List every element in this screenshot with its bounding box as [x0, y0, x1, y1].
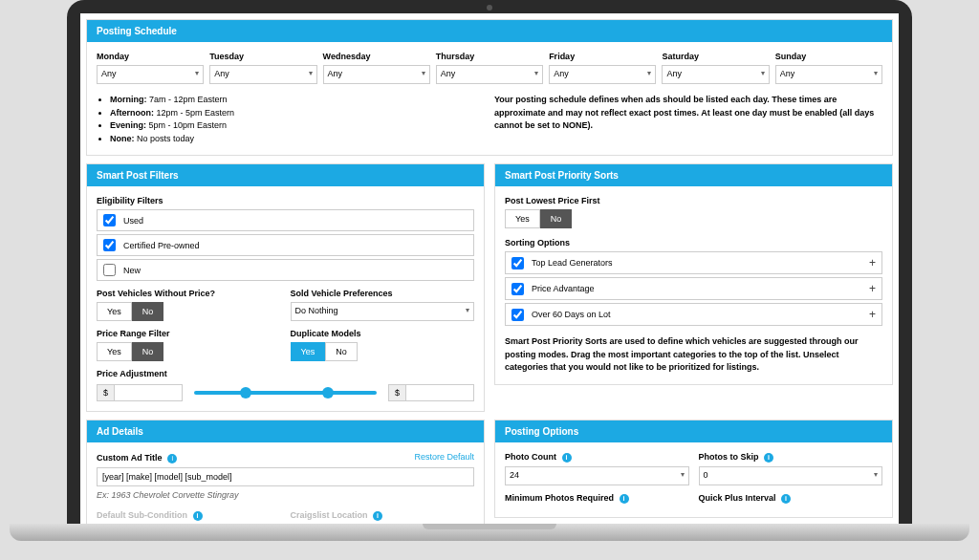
- no-button[interactable]: No: [540, 209, 573, 228]
- tuesday-select[interactable]: Any: [209, 65, 316, 84]
- posting-options-panel: Posting Options Photo Count i 24 Photos …: [494, 420, 893, 518]
- price-range-toggle[interactable]: Yes No: [97, 342, 281, 361]
- yes-button[interactable]: Yes: [97, 302, 132, 321]
- restore-default-link[interactable]: Restore Default: [414, 452, 474, 462]
- info-icon[interactable]: i: [781, 494, 791, 504]
- sold-pref-select[interactable]: Do Nothing: [291, 302, 475, 321]
- wednesday-select[interactable]: Any: [323, 65, 430, 84]
- friday-select[interactable]: Any: [549, 65, 656, 84]
- info-icon[interactable]: i: [373, 511, 382, 521]
- checkbox-icon[interactable]: [103, 264, 116, 276]
- ad-details-header: Ad Details: [87, 420, 484, 442]
- photos-skip-label: Photos to Skip i: [699, 452, 883, 463]
- duplicate-toggle[interactable]: Yes No: [291, 342, 475, 361]
- eligibility-label: Eligibility Filters: [97, 196, 474, 205]
- day-label: Friday: [549, 52, 656, 61]
- day-label: Wednesday: [323, 52, 430, 61]
- slider-thumb-max[interactable]: [322, 387, 334, 398]
- checkbox-icon[interactable]: [103, 239, 116, 251]
- posting-schedule-panel: Posting Schedule MondayAny TuesdayAny We…: [86, 19, 893, 156]
- smart-filters-panel: Smart Post Filters Eligibility Filters U…: [86, 163, 485, 412]
- priority-note: Smart Post Priority Sorts are used to de…: [505, 335, 882, 375]
- no-button[interactable]: No: [132, 342, 164, 361]
- thursday-select[interactable]: Any: [436, 65, 543, 84]
- time-definitions: Morning: 7am - 12pm Eastern Afternoon: 1…: [97, 94, 485, 145]
- sort-60days[interactable]: Over 60 Days on Lot+: [505, 303, 882, 326]
- laptop-base: [10, 524, 969, 541]
- sort-top-lead[interactable]: Top Lead Generators+: [505, 251, 882, 274]
- slider-thumb-min[interactable]: [240, 387, 251, 398]
- sub-condition-label: Default Sub-Condition i: [97, 510, 203, 520]
- duplicate-label: Duplicate Models: [291, 329, 475, 338]
- checkbox-icon[interactable]: [103, 214, 116, 226]
- priority-sorts-panel: Smart Post Priority Sorts Post Lowest Pr…: [494, 163, 893, 385]
- no-button[interactable]: No: [132, 302, 164, 321]
- day-label: Sunday: [775, 52, 882, 61]
- sort-price-adv[interactable]: Price Advantage+: [505, 277, 882, 300]
- quick-plus-label: Quick Plus Interval i: [699, 493, 883, 504]
- price-slider[interactable]: [194, 391, 377, 395]
- lowest-price-toggle[interactable]: Yes No: [505, 209, 882, 228]
- sorting-label: Sorting Options: [505, 238, 882, 248]
- min-photos-label: Minimum Photos Required i: [505, 493, 689, 504]
- info-icon[interactable]: i: [193, 511, 203, 521]
- posting-schedule-header: Posting Schedule: [87, 20, 892, 42]
- price-adjust-label: Price Adjustment: [97, 369, 474, 378]
- plus-icon[interactable]: +: [869, 282, 876, 295]
- no-button[interactable]: No: [325, 342, 358, 361]
- eligibility-used[interactable]: Used: [97, 209, 474, 231]
- day-label: Monday: [97, 52, 204, 61]
- without-price-toggle[interactable]: Yes No: [97, 302, 281, 321]
- saturday-select[interactable]: Any: [662, 65, 769, 84]
- checkbox-icon[interactable]: [511, 257, 524, 269]
- photo-count-select[interactable]: 24: [505, 466, 689, 485]
- lowest-price-label: Post Lowest Price First: [505, 196, 882, 205]
- screen: Posting Schedule MondayAny TuesdayAny We…: [80, 13, 899, 531]
- craigslist-label: Craigslist Location i: [291, 510, 383, 520]
- sunday-select[interactable]: Any: [775, 65, 882, 84]
- monday-select[interactable]: Any: [97, 65, 204, 84]
- photos-skip-select[interactable]: 0: [699, 466, 883, 485]
- day-label: Tuesday: [209, 52, 316, 61]
- info-icon[interactable]: i: [562, 453, 572, 463]
- plus-icon[interactable]: +: [869, 256, 876, 269]
- info-icon[interactable]: i: [764, 453, 773, 463]
- min-input[interactable]: [115, 385, 182, 400]
- eligibility-new[interactable]: New: [97, 259, 474, 281]
- sold-pref-label: Sold Vehicle Preferences: [291, 289, 475, 298]
- custom-title-label: Custom Ad Title: [97, 453, 163, 463]
- checkbox-icon[interactable]: [511, 309, 524, 321]
- checkbox-icon[interactable]: [511, 283, 524, 295]
- price-adjust-min[interactable]: $: [97, 384, 183, 401]
- info-icon[interactable]: i: [167, 454, 177, 463]
- info-icon[interactable]: i: [620, 494, 629, 504]
- example-text: Ex: 1963 Chevrolet Corvette Stingray: [97, 490, 474, 500]
- posting-options-header: Posting Options: [495, 420, 892, 442]
- yes-button[interactable]: Yes: [291, 342, 326, 361]
- yes-button[interactable]: Yes: [505, 209, 540, 228]
- camera-dot: [487, 5, 492, 11]
- max-input[interactable]: [406, 385, 473, 400]
- priority-sorts-header: Smart Post Priority Sorts: [495, 164, 892, 186]
- eligibility-cpo[interactable]: Certified Pre-owned: [97, 234, 474, 256]
- without-price-label: Post Vehicles Without Price?: [97, 289, 281, 298]
- ad-details-panel: Ad Details Custom Ad Title i Restore Def…: [86, 420, 485, 531]
- custom-title-input[interactable]: [97, 467, 474, 486]
- photo-count-label: Photo Count i: [505, 452, 689, 463]
- plus-icon[interactable]: +: [869, 308, 876, 321]
- schedule-note: Your posting schedule defines when ads s…: [494, 94, 882, 133]
- day-label: Thursday: [436, 52, 543, 61]
- smart-filters-header: Smart Post Filters: [87, 164, 484, 186]
- day-label: Saturday: [662, 52, 769, 61]
- price-range-label: Price Range Filter: [97, 329, 281, 338]
- price-adjust-max[interactable]: $: [388, 384, 474, 401]
- yes-button[interactable]: Yes: [97, 342, 132, 361]
